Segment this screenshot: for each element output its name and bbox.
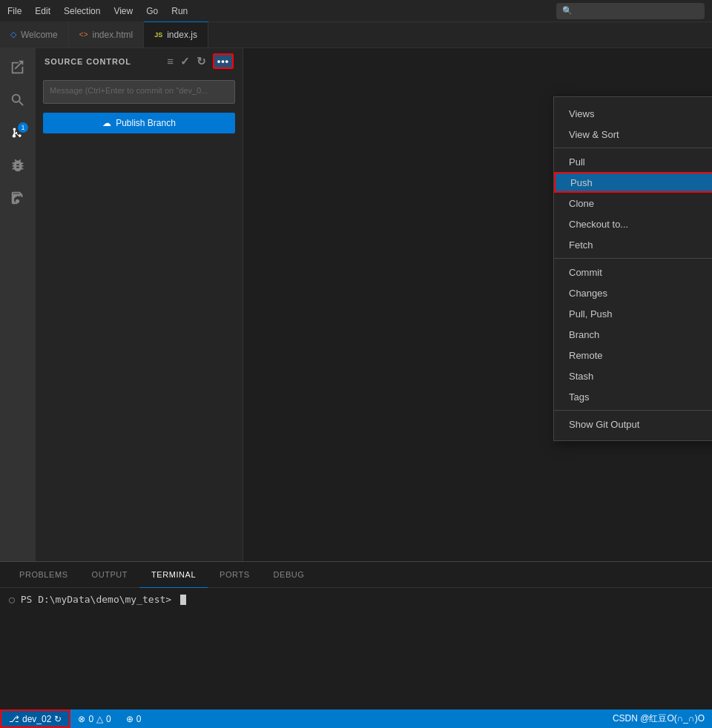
branch-icon: ⎇ <box>9 714 19 724</box>
terminal-cursor <box>180 595 186 605</box>
menu-selection[interactable]: Selection <box>64 6 100 16</box>
context-menu: Views › View & Sort › Pull Push Clone <box>553 96 712 441</box>
push-label: Push <box>570 177 593 188</box>
network-count: 0 <box>136 714 142 724</box>
commit-message-input[interactable]: Message (Ctrl+Enter to commit on "dev_0.… <box>43 80 235 104</box>
terminal-label: TERMINAL <box>151 570 196 579</box>
menu-item-stash[interactable]: Stash › <box>554 365 712 386</box>
statusbar-left: ⎇ dev_02 ↻ ⊗ 0 △ 0 ⊕ 0 <box>0 709 148 728</box>
menu-go[interactable]: Go <box>146 6 158 16</box>
menu-item-commit[interactable]: Commit › <box>554 262 712 282</box>
error-status-item[interactable]: ⊗ 0 △ 0 <box>70 709 118 728</box>
sync-icon: ↻ <box>54 714 62 724</box>
network-icon: ⊕ <box>126 714 134 724</box>
menu-section-1: Views › View & Sort › <box>554 100 712 148</box>
branch-name: dev_02 <box>22 714 51 724</box>
source-control-header: SOURCE CONTROL ≡ ✓ ↻ ••• <box>36 48 243 74</box>
checkmark-icon[interactable]: ✓ <box>180 55 191 68</box>
changes-label: Changes <box>569 288 607 299</box>
views-label: Views <box>569 108 594 119</box>
menu-run[interactable]: Run <box>171 6 188 16</box>
status-bar: ⎇ dev_02 ↻ ⊗ 0 △ 0 ⊕ 0 CSDN @红豆O(∩_∩)O <box>0 709 712 728</box>
menu-item-clone[interactable]: Clone <box>554 193 712 214</box>
fetch-label: Fetch <box>569 239 593 251</box>
pull-label: Pull <box>569 156 585 168</box>
pull-push-label: Pull, Push <box>569 308 613 320</box>
activity-source-control[interactable]: 1 <box>4 119 31 146</box>
tab-terminal[interactable]: TERMINAL <box>139 562 208 588</box>
menu-item-view-sort[interactable]: View & Sort › <box>554 124 712 145</box>
tab-index-html[interactable]: <> index.html <box>69 21 144 47</box>
terminal-prompt: PS D:\myData\demo\my_test> <box>21 594 172 605</box>
output-label: OUTPUT <box>92 570 128 579</box>
menu-file[interactable]: File <box>7 6 22 16</box>
checkout-label: Checkout to... <box>569 219 628 230</box>
tab-js-label: index.js <box>167 30 197 40</box>
menu-bar: File Edit Selection View Go Run <box>7 6 188 16</box>
tab-problems[interactable]: PROBLEMS <box>7 562 80 588</box>
menu-edit[interactable]: Edit <box>35 6 50 16</box>
menu-section-3: Commit › Changes › Pull, Push › Branch ›… <box>554 259 712 411</box>
error-x-icon: ⊗ <box>78 714 85 724</box>
tab-html-label: index.html <box>92 30 133 40</box>
tab-output[interactable]: OUTPUT <box>80 562 140 588</box>
csdn-status-item[interactable]: CSDN @红豆O(∩_∩)O <box>605 712 712 725</box>
tab-bar: ◇ Welcome <> index.html JS index.js <box>0 22 712 48</box>
welcome-icon: ◇ <box>10 30 16 39</box>
network-status-item[interactable]: ⊕ 0 <box>119 709 149 728</box>
publish-branch-label: Publish Branch <box>116 118 176 128</box>
remote-label: Remote <box>569 350 603 361</box>
tab-index-js[interactable]: JS index.js <box>144 21 208 47</box>
publish-branch-button[interactable]: ☁ Publish Branch <box>43 113 235 133</box>
menu-item-pull[interactable]: Pull <box>554 151 712 172</box>
activity-debug[interactable] <box>4 152 31 179</box>
menu-item-push[interactable]: Push <box>554 172 712 193</box>
titlebar: File Edit Selection View Go Run 🔍 <box>0 0 712 22</box>
menu-item-show-git-output[interactable]: Show Git Output <box>554 414 712 434</box>
clone-label: Clone <box>569 198 594 209</box>
menu-item-checkout[interactable]: Checkout to... <box>554 214 712 234</box>
menu-view[interactable]: View <box>113 6 133 16</box>
cloud-icon: ☁ <box>102 118 111 128</box>
menu-item-tags[interactable]: Tags › <box>554 386 712 407</box>
menu-item-branch[interactable]: Branch › <box>554 324 712 345</box>
activity-search[interactable] <box>4 87 31 113</box>
source-header-actions: ≡ ✓ ↻ ••• <box>167 53 234 69</box>
tags-label: Tags <box>569 391 589 403</box>
activity-extensions[interactable] <box>4 185 31 211</box>
tab-welcome[interactable]: ◇ Welcome <box>0 21 69 47</box>
branch-status-item[interactable]: ⎇ dev_02 ↻ <box>0 709 70 728</box>
terminal-content[interactable]: ○ PS D:\myData\demo\my_test> <box>0 588 712 611</box>
view-sort-label: View & Sort <box>569 129 619 140</box>
csdn-label: CSDN @红豆O(∩_∩)O <box>613 713 705 724</box>
stash-label: Stash <box>569 371 593 382</box>
menu-item-changes[interactable]: Changes › <box>554 282 712 303</box>
js-icon: JS <box>154 31 162 39</box>
activity-explorer[interactable] <box>4 54 31 81</box>
panel-tab-bar: PROBLEMS OUTPUT TERMINAL PORTS DEBUG <box>0 562 712 588</box>
statusbar-right: CSDN @红豆O(∩_∩)O <box>605 712 712 725</box>
source-control-badge: 1 <box>18 122 28 133</box>
three-lines-icon[interactable]: ≡ <box>167 55 174 67</box>
tab-ports[interactable]: PORTS <box>208 562 261 588</box>
menu-item-fetch[interactable]: Fetch <box>554 234 712 255</box>
bottom-panel: PROBLEMS OUTPUT TERMINAL PORTS DEBUG ○ P… <box>0 561 712 709</box>
menu-section-2: Pull Push Clone Checkout to... Fetch <box>554 148 712 259</box>
refresh-icon[interactable]: ↻ <box>197 55 207 68</box>
menu-section-4: Show Git Output <box>554 411 712 437</box>
html-icon: <> <box>79 30 88 39</box>
menu-item-pull-push[interactable]: Pull, Push › <box>554 303 712 324</box>
ports-label: PORTS <box>220 570 249 579</box>
more-actions-icon[interactable]: ••• <box>213 53 234 69</box>
tab-welcome-label: Welcome <box>21 30 58 40</box>
commit-label: Commit <box>569 267 602 278</box>
titlebar-search[interactable]: 🔍 <box>556 3 705 19</box>
problems-label: PROBLEMS <box>19 570 68 579</box>
warning-icon: △ <box>96 714 103 724</box>
warning-count: 0 <box>106 714 111 724</box>
branch-label: Branch <box>569 329 599 340</box>
tab-debug[interactable]: DEBUG <box>262 562 317 588</box>
error-count: 0 <box>88 714 93 724</box>
menu-item-remote[interactable]: Remote › <box>554 345 712 365</box>
menu-item-views[interactable]: Views › <box>554 103 712 124</box>
